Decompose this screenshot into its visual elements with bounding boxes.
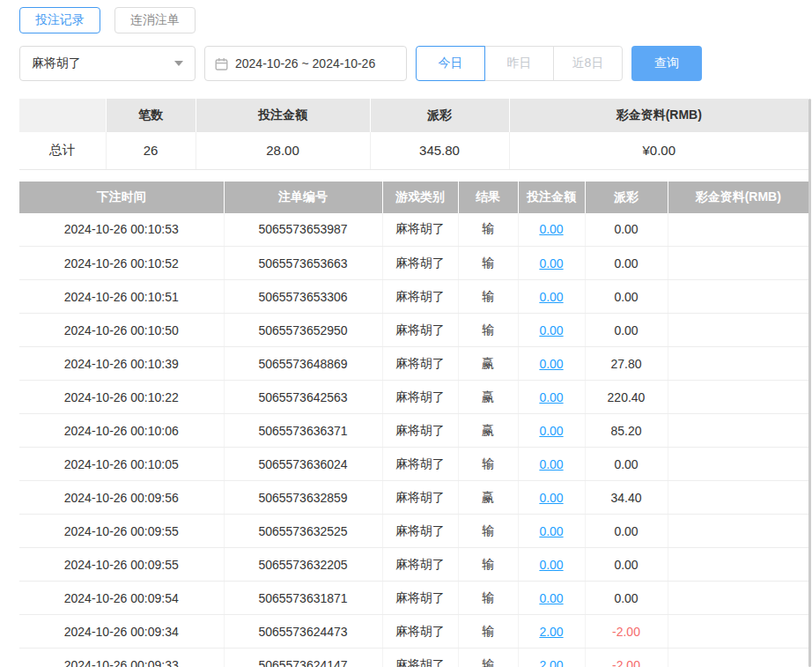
cell-bonus bbox=[668, 481, 808, 515]
cell-bonus bbox=[668, 314, 808, 347]
table-row: 2024-10-26 00:09:55 5065573632525 麻将胡了 输… bbox=[19, 515, 808, 548]
summary-total-label: 总计 bbox=[19, 132, 106, 169]
cell-bonus bbox=[668, 414, 808, 448]
table-row: 2024-10-26 00:10:06 5065573636371 麻将胡了 赢… bbox=[19, 414, 808, 448]
table-row: 2024-10-26 00:09:54 5065573631871 麻将胡了 输… bbox=[19, 582, 808, 615]
table-row: 2024-10-26 00:10:53 5065573653987 麻将胡了 输… bbox=[19, 213, 808, 247]
summary-bet-amount-value: 28.00 bbox=[196, 132, 370, 169]
bet-amount-link[interactable]: 0.00 bbox=[539, 524, 563, 538]
cell-game-type: 麻将胡了 bbox=[382, 481, 458, 515]
cell-payout: 0.00 bbox=[585, 314, 668, 347]
cell-result: 输 bbox=[458, 548, 518, 582]
date-shortcut-group: 今日 昨日 近8日 bbox=[416, 46, 623, 81]
cell-bonus bbox=[668, 582, 808, 615]
cell-bet-time: 2024-10-26 00:10:22 bbox=[19, 381, 224, 414]
cell-result: 输 bbox=[458, 280, 518, 314]
cell-order-number: 5065573631871 bbox=[224, 582, 382, 615]
cell-bet-amount: 2.00 bbox=[518, 615, 585, 648]
bet-amount-link[interactable]: 0.00 bbox=[539, 256, 563, 271]
cell-bet-time: 2024-10-26 00:09:33 bbox=[19, 648, 224, 667]
bet-amount-link[interactable]: 0.00 bbox=[539, 357, 563, 371]
vertical-scrollbar[interactable] bbox=[808, 99, 811, 667]
summary-bonus-value: ¥0.00 bbox=[509, 132, 808, 169]
yesterday-button[interactable]: 昨日 bbox=[484, 46, 554, 81]
bet-amount-link[interactable]: 0.00 bbox=[539, 591, 563, 605]
today-button[interactable]: 今日 bbox=[416, 46, 485, 81]
cell-game-type: 麻将胡了 bbox=[382, 515, 458, 548]
chevron-down-icon bbox=[174, 61, 183, 66]
summary-header-bonus: 彩金资料(RMB) bbox=[509, 99, 808, 132]
bet-amount-link[interactable]: 0.00 bbox=[539, 290, 563, 304]
cell-result: 输 bbox=[458, 582, 518, 615]
query-button[interactable]: 查询 bbox=[631, 46, 702, 81]
header-payout: 派彩 bbox=[585, 182, 668, 213]
cell-bet-amount: 0.00 bbox=[518, 213, 585, 247]
table-row: 2024-10-26 00:10:05 5065573636024 麻将胡了 输… bbox=[19, 448, 808, 481]
filter-bar: 麻将胡了 2024-10-26 ~ 2024-10-26 今日 昨日 近8日 查… bbox=[19, 46, 808, 81]
cell-bet-time: 2024-10-26 00:10:50 bbox=[19, 314, 224, 347]
cell-game-type: 麻将胡了 bbox=[382, 548, 458, 582]
cell-bet-amount: 0.00 bbox=[518, 247, 585, 280]
table-row: 2024-10-26 00:10:52 5065573653663 麻将胡了 输… bbox=[19, 247, 808, 280]
cell-game-type: 麻将胡了 bbox=[382, 648, 458, 667]
date-range-input[interactable]: 2024-10-26 ~ 2024-10-26 bbox=[204, 46, 407, 81]
cell-bet-amount: 0.00 bbox=[518, 515, 585, 548]
cell-order-number: 5065573653663 bbox=[224, 247, 382, 280]
cell-order-number: 5065573632525 bbox=[224, 515, 382, 548]
cell-game-type: 麻将胡了 bbox=[382, 615, 458, 648]
cell-result: 输 bbox=[458, 448, 518, 481]
bet-amount-link[interactable]: 2.00 bbox=[539, 658, 563, 667]
page-content: 投注记录 连消注单 麻将胡了 2024-10-26 ~ 2024-10-26 今… bbox=[19, 7, 808, 667]
bet-amount-link[interactable]: 0.00 bbox=[539, 323, 563, 337]
records-table-body: 2024-10-26 00:10:53 5065573653987 麻将胡了 输… bbox=[19, 213, 808, 667]
cell-result: 输 bbox=[458, 213, 518, 247]
last-8-days-button[interactable]: 近8日 bbox=[553, 46, 623, 81]
cell-bet-time: 2024-10-26 00:09:55 bbox=[19, 515, 224, 548]
bet-amount-link[interactable]: 0.00 bbox=[539, 424, 563, 438]
summary-header-payout: 派彩 bbox=[370, 99, 509, 132]
cell-bonus bbox=[668, 515, 808, 548]
cell-payout: -2.00 bbox=[585, 615, 668, 648]
cell-bonus bbox=[668, 648, 808, 667]
game-select[interactable]: 麻将胡了 bbox=[19, 46, 196, 81]
bet-amount-link[interactable]: 2.00 bbox=[539, 625, 563, 639]
bet-amount-link[interactable]: 0.00 bbox=[539, 222, 563, 236]
summary-header-empty bbox=[19, 99, 106, 132]
cell-result: 输 bbox=[458, 515, 518, 548]
tab-cancel-orders[interactable]: 连消注单 bbox=[114, 7, 196, 33]
cell-bonus bbox=[668, 615, 808, 648]
cell-game-type: 麻将胡了 bbox=[382, 448, 458, 481]
records-table: 下注时间 注单编号 游戏类别 结果 投注金额 派彩 彩金资料(RMB) 2024… bbox=[19, 182, 808, 667]
cell-order-number: 5065573636024 bbox=[224, 448, 382, 481]
cell-payout: -2.00 bbox=[585, 648, 668, 667]
cell-bet-amount: 0.00 bbox=[518, 381, 585, 414]
summary-header-bet-amount: 投注金额 bbox=[196, 99, 370, 132]
cell-payout: 0.00 bbox=[585, 582, 668, 615]
table-row: 2024-10-26 00:10:50 5065573652950 麻将胡了 输… bbox=[19, 314, 808, 347]
cell-payout: 0.00 bbox=[585, 213, 668, 247]
cell-payout: 27.80 bbox=[585, 347, 668, 381]
cell-bet-time: 2024-10-26 00:10:39 bbox=[19, 347, 224, 381]
cell-order-number: 5065573648869 bbox=[224, 347, 382, 381]
header-bet-time: 下注时间 bbox=[19, 182, 224, 213]
summary-header-count: 笔数 bbox=[106, 99, 196, 132]
table-row: 2024-10-26 00:09:33 5065573624147 麻将胡了 输… bbox=[19, 648, 808, 667]
bet-amount-link[interactable]: 0.00 bbox=[539, 491, 563, 505]
cell-bonus bbox=[668, 381, 808, 414]
cell-bet-amount: 0.00 bbox=[518, 582, 585, 615]
cell-bet-time: 2024-10-26 00:10:51 bbox=[19, 280, 224, 314]
cell-bet-amount: 0.00 bbox=[518, 314, 585, 347]
cell-order-number: 5065573653306 bbox=[224, 280, 382, 314]
bet-amount-link[interactable]: 0.00 bbox=[539, 390, 563, 404]
bet-amount-link[interactable]: 0.00 bbox=[539, 558, 563, 572]
bet-amount-link[interactable]: 0.00 bbox=[539, 457, 563, 471]
cell-payout: 34.40 bbox=[585, 481, 668, 515]
cell-payout: 85.20 bbox=[585, 414, 668, 448]
cell-result: 赢 bbox=[458, 481, 518, 515]
date-range-value: 2024-10-26 ~ 2024-10-26 bbox=[235, 56, 375, 70]
cell-bet-amount: 2.00 bbox=[518, 648, 585, 667]
cell-payout: 0.00 bbox=[585, 515, 668, 548]
tab-betting-records[interactable]: 投注记录 bbox=[19, 7, 100, 33]
cell-payout: 0.00 bbox=[585, 247, 668, 280]
header-bet-amount: 投注金额 bbox=[518, 182, 585, 213]
